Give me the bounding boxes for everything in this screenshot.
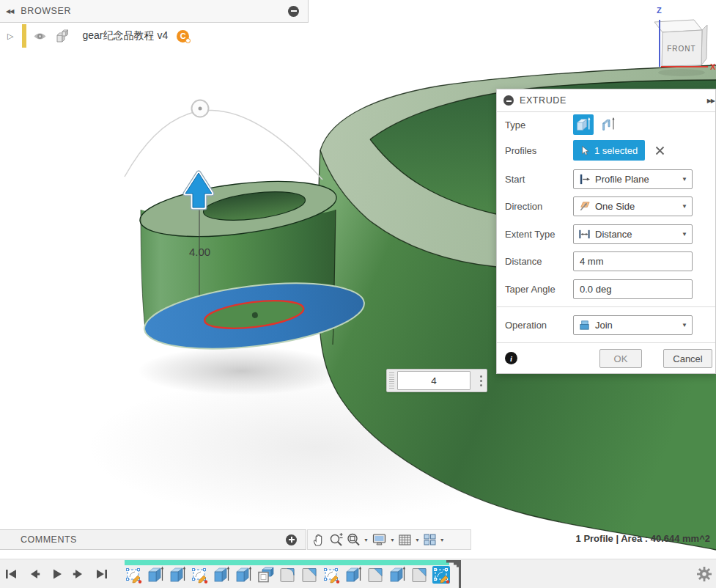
chevron-down-icon: ▼: [682, 176, 687, 183]
dock-dialog-icon[interactable]: ▶▶: [707, 98, 715, 104]
expand-caret-icon[interactable]: ▷: [7, 32, 13, 41]
playback-step-forward-icon[interactable]: [71, 566, 87, 582]
timeline-feature-fillet-8[interactable]: [278, 566, 296, 584]
drag-handle[interactable]: [389, 372, 394, 389]
timeline-feature-extrude-2[interactable]: [147, 566, 164, 584]
timeline-feature-box-7[interactable]: [256, 566, 274, 584]
start-dropdown[interactable]: Profile Plane ▼: [573, 169, 693, 189]
viewports-icon[interactable]: [423, 533, 437, 546]
timeline-feature-extrude-3[interactable]: [169, 566, 186, 584]
timeline-playback-controls: [3, 559, 110, 588]
navigation-toolbar: ▼ ▼ ▼ ▼: [307, 529, 471, 550]
add-comment-icon[interactable]: [286, 534, 297, 545]
timeline-feature-extrude-13[interactable]: [388, 566, 406, 584]
timeline-selected-range[interactable]: [125, 560, 449, 565]
chevron-down-icon: ▼: [682, 203, 687, 210]
timeline-feature-sketch-10[interactable]: [322, 566, 340, 584]
browser-panel-header: ◀◀ BROWSER: [0, 0, 309, 23]
minimize-icon[interactable]: [288, 6, 299, 17]
timeline-feature-chamfer-12[interactable]: [366, 566, 384, 584]
timeline-feature-extrude-11[interactable]: [344, 566, 362, 584]
distance-input[interactable]: [573, 251, 693, 271]
taper-angle-label: Taper Angle: [505, 284, 573, 295]
cylinder-shadow: [138, 347, 346, 395]
timeline-feature-extrude-5[interactable]: [213, 566, 230, 584]
chevron-down-icon[interactable]: ▼: [390, 537, 395, 543]
comments-panel[interactable]: COMMENTS: [0, 529, 306, 550]
extrude-thin-type-button[interactable]: [599, 114, 619, 135]
extrude-solid-type-button[interactable]: [573, 114, 594, 135]
zoom-icon[interactable]: [328, 532, 344, 548]
operation-dropdown[interactable]: Join ▼: [573, 315, 693, 335]
info-icon[interactable]: i: [505, 352, 517, 364]
chevron-down-icon[interactable]: ▼: [440, 537, 445, 543]
dialog-header[interactable]: EXTRUDE ▶▶: [497, 89, 715, 112]
timeline-settings-gear-icon[interactable]: [696, 566, 712, 582]
timeline-playhead[interactable]: [444, 559, 462, 588]
playback-go-to-end-icon[interactable]: [94, 566, 110, 582]
timeline-feature-sketch-4[interactable]: [191, 566, 208, 584]
timeline-feature-extrude-6[interactable]: [235, 566, 252, 584]
direction-dropdown[interactable]: One Side ▼: [573, 196, 693, 216]
collapse-dialog-icon[interactable]: [503, 95, 514, 106]
playback-step-back-icon[interactable]: [26, 566, 42, 582]
taper-angle-input[interactable]: [573, 279, 693, 299]
extent-type-label: Extent Type: [505, 229, 573, 240]
active-document-marker: [22, 24, 26, 48]
profiles-label: Profiles: [505, 145, 573, 156]
ok-button[interactable]: OK: [599, 349, 642, 368]
distance-manipulator-box: [386, 369, 487, 392]
kebab-menu-icon[interactable]: [480, 375, 482, 386]
start-label: Start: [505, 174, 573, 185]
direction-label: Direction: [505, 201, 573, 212]
component-icon: [55, 29, 70, 44]
profile-plane-icon: [578, 173, 591, 185]
distance-label: Distance: [505, 256, 573, 267]
playback-go-to-start-icon[interactable]: [3, 566, 19, 582]
timeline-bar: [0, 559, 716, 588]
chevron-down-icon[interactable]: ▼: [363, 537, 369, 543]
cloud-sync-badge: C: [177, 30, 189, 43]
fit-icon[interactable]: [346, 532, 361, 547]
extrude-dialog: EXTRUDE ▶▶ Type: [496, 89, 716, 374]
extent-type-dropdown[interactable]: Distance ▼: [573, 224, 693, 244]
profiles-selection-button[interactable]: 1 selected: [573, 140, 645, 161]
chevron-down-icon: ▼: [682, 322, 687, 328]
z-axis-label: Z: [657, 6, 662, 15]
timeline-feature-strip: [125, 566, 450, 584]
playback-play-icon[interactable]: [48, 566, 64, 582]
cancel-button[interactable]: Cancel: [663, 349, 712, 368]
clear-selection-icon[interactable]: [655, 146, 665, 155]
operation-label: Operation: [505, 320, 573, 331]
dialog-title: EXTRUDE: [520, 95, 566, 106]
rotate-manipulator-handle[interactable]: [192, 100, 209, 117]
x-axis-label: X: [710, 62, 716, 71]
chevron-down-icon: ▼: [682, 231, 687, 238]
display-settings-icon[interactable]: [372, 532, 387, 547]
timeline-feature-chamfer-14[interactable]: [410, 566, 428, 584]
chevron-down-icon[interactable]: ▼: [415, 537, 420, 543]
timeline-feature-sketch-1[interactable]: [125, 566, 142, 584]
distance-manipulator-input[interactable]: [397, 371, 470, 390]
visibility-eye-icon[interactable]: [33, 31, 47, 42]
distance-extent-icon: [578, 228, 591, 240]
rotate-manipulator-arc: [125, 110, 322, 180]
join-operation-icon: [578, 319, 591, 331]
viewcube-shadow: [658, 69, 705, 76]
divider: [497, 306, 715, 307]
status-text: 1 Profile | Area : 40.644 mm^2: [576, 533, 710, 544]
timeline-feature-chamfer-9[interactable]: [300, 566, 318, 584]
document-name[interactable]: gear纪念品教程 v4: [82, 29, 168, 43]
grid-and-snaps-icon[interactable]: [398, 533, 412, 547]
view-cube[interactable]: FRONT Z X: [638, 0, 716, 81]
pan-icon[interactable]: [311, 532, 326, 547]
browser-document-row[interactable]: ▷ gear纪念品教程 v4 C: [7, 24, 189, 48]
cursor-icon: [580, 145, 591, 156]
viewcube-front-label: FRONT: [667, 45, 695, 53]
browser-title: BROWSER: [21, 6, 71, 16]
collapse-panel-icon[interactable]: ◀◀: [6, 8, 13, 15]
comments-title: COMMENTS: [21, 534, 77, 545]
type-label: Type: [505, 120, 573, 131]
dimension-label: 4.00: [189, 246, 210, 258]
one-side-icon: [578, 200, 591, 213]
